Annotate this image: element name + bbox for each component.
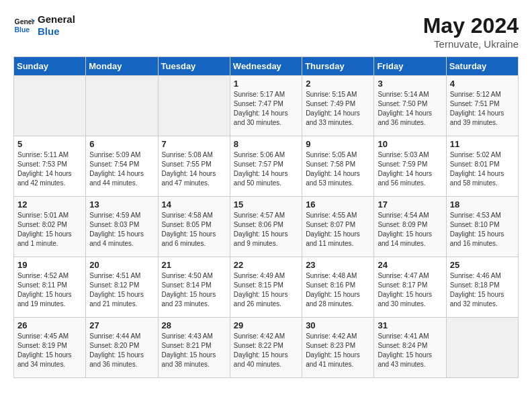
day-number: 25 (450, 260, 515, 270)
header-thursday: Thursday (302, 57, 374, 76)
day-info: Sunrise: 4:49 AMSunset: 8:15 PMDaylight:… (234, 271, 298, 309)
header-sunday: Sunday (14, 57, 86, 76)
logo-line2: Blue (38, 26, 75, 38)
day-number: 22 (234, 260, 298, 270)
day-info: Sunrise: 5:08 AMSunset: 7:55 PMDaylight:… (162, 150, 226, 188)
day-number: 13 (89, 199, 154, 210)
day-number: 1 (234, 79, 298, 89)
day-cell: 16Sunrise: 4:55 AMSunset: 8:07 PMDayligh… (302, 197, 374, 257)
day-number: 26 (17, 320, 82, 330)
day-number: 19 (17, 260, 82, 270)
day-number: 30 (306, 320, 370, 330)
day-info: Sunrise: 5:06 AMSunset: 7:57 PMDaylight:… (234, 150, 298, 188)
page-header: General Blue General Blue May 2024 Ternu… (13, 13, 519, 50)
day-cell: 9Sunrise: 5:05 AMSunset: 7:58 PMDaylight… (302, 136, 374, 197)
day-info: Sunrise: 5:09 AMSunset: 7:54 PMDaylight:… (89, 150, 154, 188)
day-number: 11 (450, 139, 515, 149)
day-info: Sunrise: 4:46 AMSunset: 8:18 PMDaylight:… (450, 271, 515, 309)
day-cell: 10Sunrise: 5:03 AMSunset: 7:59 PMDayligh… (374, 136, 446, 197)
day-cell: 1Sunrise: 5:17 AMSunset: 7:47 PMDaylight… (230, 76, 302, 136)
header-row: SundayMondayTuesdayWednesdayThursdayFrid… (14, 57, 519, 76)
week-row-2: 5Sunrise: 5:11 AMSunset: 7:53 PMDaylight… (14, 136, 519, 197)
day-cell: 5Sunrise: 5:11 AMSunset: 7:53 PMDaylight… (14, 136, 86, 197)
day-info: Sunrise: 4:47 AMSunset: 8:17 PMDaylight:… (378, 271, 442, 309)
day-number: 15 (234, 199, 298, 210)
day-cell: 15Sunrise: 4:57 AMSunset: 8:06 PMDayligh… (230, 197, 302, 257)
day-cell (158, 76, 230, 136)
logo-icon: General Blue (13, 15, 35, 36)
day-info: Sunrise: 4:59 AMSunset: 8:03 PMDaylight:… (89, 211, 154, 248)
week-row-3: 12Sunrise: 5:01 AMSunset: 8:02 PMDayligh… (14, 197, 519, 257)
day-number: 20 (89, 260, 154, 270)
day-info: Sunrise: 4:57 AMSunset: 8:06 PMDaylight:… (234, 211, 298, 248)
header-tuesday: Tuesday (158, 57, 230, 76)
day-number: 6 (89, 139, 154, 149)
day-cell: 14Sunrise: 4:58 AMSunset: 8:05 PMDayligh… (158, 197, 230, 257)
day-info: Sunrise: 4:48 AMSunset: 8:16 PMDaylight:… (306, 271, 370, 309)
day-cell: 6Sunrise: 5:09 AMSunset: 7:54 PMDaylight… (86, 136, 158, 197)
day-info: Sunrise: 4:41 AMSunset: 8:24 PMDaylight:… (378, 332, 442, 369)
day-info: Sunrise: 5:12 AMSunset: 7:51 PMDaylight:… (450, 90, 515, 128)
day-cell (446, 318, 518, 378)
header-friday: Friday (374, 57, 446, 76)
calendar-body: 1Sunrise: 5:17 AMSunset: 7:47 PMDaylight… (14, 76, 519, 378)
day-info: Sunrise: 4:45 AMSunset: 8:19 PMDaylight:… (17, 332, 82, 369)
day-number: 2 (306, 79, 370, 89)
day-cell: 26Sunrise: 4:45 AMSunset: 8:19 PMDayligh… (14, 318, 86, 378)
day-number: 10 (378, 139, 442, 149)
logo-line1: General (38, 13, 75, 26)
day-info: Sunrise: 5:14 AMSunset: 7:50 PMDaylight:… (378, 90, 442, 128)
day-info: Sunrise: 4:54 AMSunset: 8:09 PMDaylight:… (378, 211, 442, 248)
day-cell: 18Sunrise: 4:53 AMSunset: 8:10 PMDayligh… (446, 197, 518, 257)
day-number: 18 (450, 199, 515, 210)
day-cell: 13Sunrise: 4:59 AMSunset: 8:03 PMDayligh… (86, 197, 158, 257)
day-number: 16 (306, 199, 370, 210)
day-cell: 23Sunrise: 4:48 AMSunset: 8:16 PMDayligh… (302, 257, 374, 318)
day-cell: 28Sunrise: 4:43 AMSunset: 8:21 PMDayligh… (158, 318, 230, 378)
title-block: May 2024 Ternuvate, Ukraine (423, 13, 519, 50)
calendar-subtitle: Ternuvate, Ukraine (423, 38, 519, 50)
day-number: 24 (378, 260, 442, 270)
header-monday: Monday (86, 57, 158, 76)
week-row-1: 1Sunrise: 5:17 AMSunset: 7:47 PMDaylight… (14, 76, 519, 136)
day-info: Sunrise: 5:02 AMSunset: 8:01 PMDaylight:… (450, 150, 515, 188)
day-cell: 3Sunrise: 5:14 AMSunset: 7:50 PMDaylight… (374, 76, 446, 136)
day-cell: 31Sunrise: 4:41 AMSunset: 8:24 PMDayligh… (374, 318, 446, 378)
calendar-table: SundayMondayTuesdayWednesdayThursdayFrid… (13, 56, 519, 378)
week-row-5: 26Sunrise: 4:45 AMSunset: 8:19 PMDayligh… (14, 318, 519, 378)
svg-text:Blue: Blue (15, 26, 30, 34)
day-info: Sunrise: 4:42 AMSunset: 8:22 PMDaylight:… (234, 332, 298, 369)
day-number: 7 (162, 139, 226, 149)
day-info: Sunrise: 5:17 AMSunset: 7:47 PMDaylight:… (234, 90, 298, 128)
day-cell: 17Sunrise: 4:54 AMSunset: 8:09 PMDayligh… (374, 197, 446, 257)
day-info: Sunrise: 5:15 AMSunset: 7:49 PMDaylight:… (306, 90, 370, 128)
day-cell: 19Sunrise: 4:52 AMSunset: 8:11 PMDayligh… (14, 257, 86, 318)
calendar-title: May 2024 (423, 13, 519, 38)
day-info: Sunrise: 4:58 AMSunset: 8:05 PMDaylight:… (162, 211, 226, 248)
day-info: Sunrise: 4:53 AMSunset: 8:10 PMDaylight:… (450, 211, 515, 248)
logo: General Blue General Blue (13, 13, 75, 38)
day-cell: 7Sunrise: 5:08 AMSunset: 7:55 PMDaylight… (158, 136, 230, 197)
day-cell: 22Sunrise: 4:49 AMSunset: 8:15 PMDayligh… (230, 257, 302, 318)
header-saturday: Saturday (446, 57, 518, 76)
day-info: Sunrise: 5:01 AMSunset: 8:02 PMDaylight:… (17, 211, 82, 248)
day-cell: 29Sunrise: 4:42 AMSunset: 8:22 PMDayligh… (230, 318, 302, 378)
day-number: 31 (378, 320, 442, 330)
day-cell: 25Sunrise: 4:46 AMSunset: 8:18 PMDayligh… (446, 257, 518, 318)
day-info: Sunrise: 4:44 AMSunset: 8:20 PMDaylight:… (89, 332, 154, 369)
day-number: 5 (17, 139, 82, 149)
day-number: 14 (162, 199, 226, 210)
day-number: 21 (162, 260, 226, 270)
day-number: 27 (89, 320, 154, 330)
day-info: Sunrise: 4:51 AMSunset: 8:12 PMDaylight:… (89, 271, 154, 309)
day-info: Sunrise: 5:03 AMSunset: 7:59 PMDaylight:… (378, 150, 442, 188)
day-cell: 21Sunrise: 4:50 AMSunset: 8:14 PMDayligh… (158, 257, 230, 318)
calendar-header: SundayMondayTuesdayWednesdayThursdayFrid… (14, 57, 519, 76)
day-cell (14, 76, 86, 136)
day-info: Sunrise: 4:42 AMSunset: 8:23 PMDaylight:… (306, 332, 370, 369)
day-number: 28 (162, 320, 226, 330)
week-row-4: 19Sunrise: 4:52 AMSunset: 8:11 PMDayligh… (14, 257, 519, 318)
day-info: Sunrise: 4:52 AMSunset: 8:11 PMDaylight:… (17, 271, 82, 309)
day-number: 8 (234, 139, 298, 149)
day-number: 17 (378, 199, 442, 210)
